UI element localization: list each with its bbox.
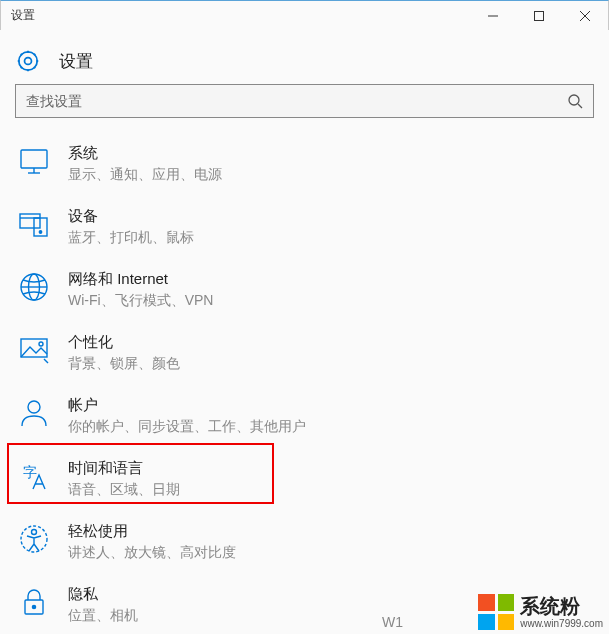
item-title: 帐户 [68, 395, 306, 415]
svg-point-6 [569, 95, 579, 105]
lock-icon [16, 584, 52, 620]
accessibility-icon [16, 521, 52, 557]
svg-point-25 [32, 605, 35, 608]
minimize-button[interactable] [470, 1, 516, 31]
item-desc: Wi-Fi、飞行模式、VPN [68, 290, 213, 310]
item-accounts[interactable]: 帐户 你的帐户、同步设置、工作、其他用户 [0, 384, 609, 447]
close-icon [580, 11, 590, 21]
minimize-icon [488, 11, 498, 21]
svg-point-23 [32, 530, 37, 535]
person-icon [16, 395, 52, 431]
maximize-button[interactable] [516, 1, 562, 31]
language-icon: 字 [16, 458, 52, 494]
svg-rect-18 [21, 339, 47, 357]
partial-text: W1 [382, 614, 403, 630]
svg-rect-11 [20, 214, 40, 228]
item-title: 个性化 [68, 332, 180, 352]
item-desc: 讲述人、放大镜、高对比度 [68, 542, 236, 562]
settings-list: 系统 显示、通知、应用、电源 设备 蓝牙、打印机、鼠标 网络和 Internet… [0, 128, 609, 634]
item-title: 系统 [68, 143, 222, 163]
window-controls [470, 1, 608, 31]
close-button[interactable] [562, 1, 608, 31]
search-input[interactable] [16, 85, 557, 117]
windows-logo-icon [478, 594, 514, 630]
svg-point-5 [19, 52, 37, 70]
titlebar: 设置 [0, 0, 609, 30]
svg-rect-1 [535, 11, 544, 20]
item-desc: 你的帐户、同步设置、工作、其他用户 [68, 416, 306, 436]
item-personalization[interactable]: 个性化 背景、锁屏、颜色 [0, 321, 609, 384]
item-title: 网络和 Internet [68, 269, 213, 289]
svg-point-20 [28, 401, 40, 413]
search-icon[interactable] [557, 93, 593, 109]
devices-icon [16, 206, 52, 242]
svg-text:字: 字 [23, 464, 37, 480]
svg-point-4 [25, 58, 32, 65]
watermark-url: www.win7999.com [520, 618, 603, 630]
globe-icon [16, 269, 52, 305]
header: 设置 [0, 30, 609, 84]
item-desc: 背景、锁屏、颜色 [68, 353, 180, 373]
svg-point-13 [39, 231, 41, 233]
watermark: 系统粉 www.win7999.com [474, 590, 609, 634]
item-title: 设备 [68, 206, 194, 226]
search-box[interactable] [15, 84, 594, 118]
page-title: 设置 [59, 50, 93, 73]
maximize-icon [534, 11, 544, 21]
svg-line-7 [578, 104, 582, 108]
search-wrapper [0, 84, 609, 128]
svg-point-19 [39, 342, 43, 346]
item-desc: 语音、区域、日期 [68, 479, 180, 499]
item-desc: 蓝牙、打印机、鼠标 [68, 227, 194, 247]
gear-icon [15, 48, 41, 74]
item-time-language[interactable]: 字 时间和语言 语音、区域、日期 [0, 447, 609, 510]
item-desc: 位置、相机 [68, 605, 138, 625]
item-devices[interactable]: 设备 蓝牙、打印机、鼠标 [0, 195, 609, 258]
item-desc: 显示、通知、应用、电源 [68, 164, 222, 184]
personalization-icon [16, 332, 52, 368]
monitor-icon [16, 143, 52, 179]
item-title: 轻松使用 [68, 521, 236, 541]
svg-rect-8 [21, 150, 47, 168]
item-system[interactable]: 系统 显示、通知、应用、电源 [0, 132, 609, 195]
item-network[interactable]: 网络和 Internet Wi-Fi、飞行模式、VPN [0, 258, 609, 321]
watermark-brand: 系统粉 [520, 595, 603, 618]
item-ease-of-access[interactable]: 轻松使用 讲述人、放大镜、高对比度 [0, 510, 609, 573]
window-title: 设置 [11, 7, 35, 24]
item-title: 时间和语言 [68, 458, 180, 478]
item-title: 隐私 [68, 584, 138, 604]
